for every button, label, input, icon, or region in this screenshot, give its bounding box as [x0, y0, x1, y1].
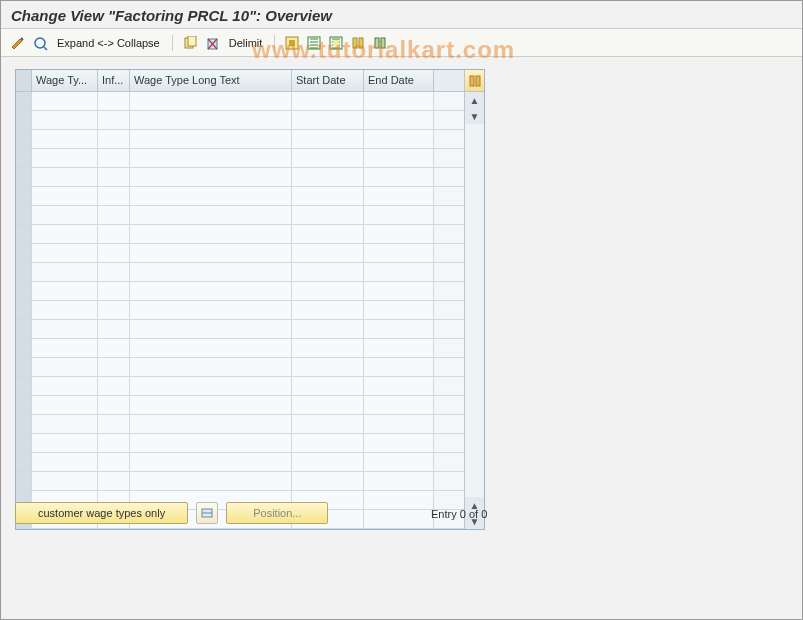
cell-wage-type[interactable]: [32, 358, 98, 376]
cell-wage-type[interactable]: [32, 168, 98, 186]
cell-start-date[interactable]: [292, 206, 364, 224]
cell-end-date[interactable]: [364, 472, 434, 490]
cell-inf[interactable]: [98, 415, 130, 433]
table-row[interactable]: [16, 301, 464, 320]
table-row[interactable]: [16, 111, 464, 130]
cell-end-date[interactable]: [364, 282, 434, 300]
cell-start-date[interactable]: [292, 130, 364, 148]
cell-start-date[interactable]: [292, 263, 364, 281]
cell-end-date[interactable]: [364, 491, 434, 509]
cell-inf[interactable]: [98, 320, 130, 338]
cell-end-date[interactable]: [364, 263, 434, 281]
select-all-icon[interactable]: [283, 34, 301, 52]
cell-start-date[interactable]: [292, 396, 364, 414]
cell-long-text[interactable]: [130, 415, 292, 433]
row-selector[interactable]: [16, 168, 32, 186]
cell-inf[interactable]: [98, 453, 130, 471]
table-row[interactable]: [16, 434, 464, 453]
cell-end-date[interactable]: [364, 111, 434, 129]
cell-end-date[interactable]: [364, 453, 434, 471]
cell-start-date[interactable]: [292, 92, 364, 110]
row-selector[interactable]: [16, 282, 32, 300]
table-row[interactable]: [16, 168, 464, 187]
table-row[interactable]: [16, 358, 464, 377]
table-row[interactable]: [16, 377, 464, 396]
row-selector[interactable]: [16, 358, 32, 376]
scroll-up-icon[interactable]: ▲: [465, 92, 484, 108]
deselect-all-icon[interactable]: [327, 34, 345, 52]
select-block-icon[interactable]: [305, 34, 323, 52]
cell-long-text[interactable]: [130, 149, 292, 167]
cell-wage-type[interactable]: [32, 282, 98, 300]
cell-inf[interactable]: [98, 149, 130, 167]
cell-inf[interactable]: [98, 377, 130, 395]
cell-end-date[interactable]: [364, 377, 434, 395]
cell-end-date[interactable]: [364, 187, 434, 205]
cell-inf[interactable]: [98, 282, 130, 300]
cell-inf[interactable]: [98, 339, 130, 357]
cell-end-date[interactable]: [364, 510, 434, 528]
cell-wage-type[interactable]: [32, 225, 98, 243]
cell-long-text[interactable]: [130, 320, 292, 338]
cell-wage-type[interactable]: [32, 206, 98, 224]
cell-start-date[interactable]: [292, 187, 364, 205]
cell-start-date[interactable]: [292, 358, 364, 376]
cell-long-text[interactable]: [130, 377, 292, 395]
cell-start-date[interactable]: [292, 111, 364, 129]
row-selector[interactable]: [16, 320, 32, 338]
cell-start-date[interactable]: [292, 282, 364, 300]
cell-end-date[interactable]: [364, 168, 434, 186]
row-selector[interactable]: [16, 434, 32, 452]
row-selector[interactable]: [16, 111, 32, 129]
cell-inf[interactable]: [98, 396, 130, 414]
cell-start-date[interactable]: [292, 168, 364, 186]
cell-long-text[interactable]: [130, 92, 292, 110]
cell-wage-type[interactable]: [32, 301, 98, 319]
cell-long-text[interactable]: [130, 130, 292, 148]
cell-inf[interactable]: [98, 130, 130, 148]
cell-inf[interactable]: [98, 225, 130, 243]
table-row[interactable]: [16, 263, 464, 282]
cell-wage-type[interactable]: [32, 453, 98, 471]
position-entry-icon[interactable]: [196, 502, 218, 524]
cell-wage-type[interactable]: [32, 111, 98, 129]
table-row[interactable]: [16, 339, 464, 358]
cell-long-text[interactable]: [130, 358, 292, 376]
cell-start-date[interactable]: [292, 301, 364, 319]
cell-start-date[interactable]: [292, 320, 364, 338]
table-row[interactable]: [16, 282, 464, 301]
cell-end-date[interactable]: [364, 358, 434, 376]
row-selector[interactable]: [16, 396, 32, 414]
table-row[interactable]: [16, 396, 464, 415]
column-header-inf[interactable]: Inf...: [98, 70, 130, 91]
cell-inf[interactable]: [98, 206, 130, 224]
cell-end-date[interactable]: [364, 396, 434, 414]
cell-wage-type[interactable]: [32, 320, 98, 338]
column-header-end-date[interactable]: End Date: [364, 70, 434, 91]
table-row[interactable]: [16, 187, 464, 206]
table-row[interactable]: [16, 415, 464, 434]
cell-wage-type[interactable]: [32, 434, 98, 452]
cell-wage-type[interactable]: [32, 415, 98, 433]
row-selector[interactable]: [16, 301, 32, 319]
cell-inf[interactable]: [98, 187, 130, 205]
column-header-long-text[interactable]: Wage Type Long Text: [130, 70, 292, 91]
cell-end-date[interactable]: [364, 339, 434, 357]
row-selector[interactable]: [16, 244, 32, 262]
cell-inf[interactable]: [98, 168, 130, 186]
cell-wage-type[interactable]: [32, 244, 98, 262]
expand-collapse-button[interactable]: Expand <-> Collapse: [53, 37, 164, 49]
cell-inf[interactable]: [98, 472, 130, 490]
cell-start-date[interactable]: [292, 472, 364, 490]
row-selector[interactable]: [16, 130, 32, 148]
cell-long-text[interactable]: [130, 206, 292, 224]
cell-start-date[interactable]: [292, 377, 364, 395]
cell-long-text[interactable]: [130, 187, 292, 205]
row-selector[interactable]: [16, 377, 32, 395]
cell-start-date[interactable]: [292, 149, 364, 167]
select-all-column-header[interactable]: [16, 70, 32, 91]
cell-inf[interactable]: [98, 92, 130, 110]
cell-long-text[interactable]: [130, 282, 292, 300]
cell-wage-type[interactable]: [32, 130, 98, 148]
row-selector[interactable]: [16, 415, 32, 433]
